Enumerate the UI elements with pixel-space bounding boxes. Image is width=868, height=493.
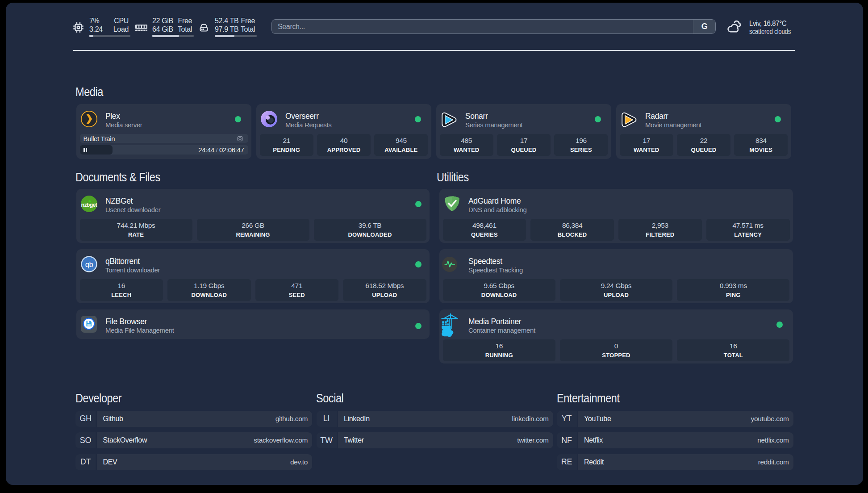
svg-text:nzbget: nzbget bbox=[81, 202, 97, 208]
svg-text:qb: qb bbox=[85, 260, 93, 268]
